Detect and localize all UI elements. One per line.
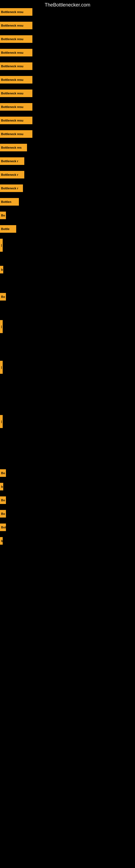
bottleneck-bar: Bottleneck resu bbox=[0, 49, 32, 56]
bar-item: Bottleneck resu bbox=[0, 103, 32, 111]
bottleneck-bar: Bottleneck r bbox=[0, 157, 24, 165]
bar-item: | bbox=[0, 415, 3, 428]
bottleneck-bar: Bottleneck resu bbox=[0, 62, 32, 70]
bar-item: Bottleneck resu bbox=[0, 22, 32, 29]
bar-item: Bottleneck resu bbox=[0, 49, 32, 56]
bottleneck-bar: Bottleneck resu bbox=[0, 117, 32, 124]
bottleneck-bar: Bottleneck resu bbox=[0, 90, 32, 97]
bottleneck-bar: | bbox=[0, 239, 3, 252]
bar-item: Bottleneck r bbox=[0, 157, 24, 165]
bottleneck-bar: Bottleneck resu bbox=[0, 8, 32, 16]
bar-item: Bottleneck resu bbox=[0, 8, 32, 16]
bar-item: Bot bbox=[0, 524, 6, 531]
bar-item: b bbox=[0, 537, 3, 545]
bottleneck-bar: Bo bbox=[0, 496, 6, 504]
bottleneck-bar: Bottleneck resu bbox=[0, 35, 32, 43]
bottleneck-bar: b bbox=[0, 537, 3, 545]
bar-item: Bottleneck resu bbox=[0, 117, 32, 124]
bar-item: Bottleneck res bbox=[0, 144, 27, 151]
bar-item: Bottleneck resu bbox=[0, 35, 32, 43]
bar-item: Bo bbox=[0, 293, 6, 301]
bar-item: Bottleneck resu bbox=[0, 130, 32, 138]
bar-item: Bo bbox=[0, 212, 6, 219]
bottleneck-bar: Bottle bbox=[0, 225, 16, 233]
bottleneck-bar: | bbox=[0, 361, 3, 374]
bottleneck-bar: Bottleneck resu bbox=[0, 130, 32, 138]
bottleneck-bar: Bottleneck resu bbox=[0, 22, 32, 29]
bottleneck-bar: Bo bbox=[0, 469, 6, 477]
bottleneck-bar: b bbox=[0, 483, 3, 490]
bar-item: Bottleneck resu bbox=[0, 62, 32, 70]
bottleneck-bar: Bo bbox=[0, 212, 6, 219]
bar-item: Bottle bbox=[0, 225, 16, 233]
bar-item: | bbox=[0, 320, 3, 333]
bar-item: Bo bbox=[0, 510, 6, 518]
bar-item: Bottleneck r bbox=[0, 184, 23, 192]
bar-item: Bottleneck resu bbox=[0, 76, 32, 84]
bottleneck-bar: Bottleneck res bbox=[0, 144, 27, 151]
bottleneck-bar: | bbox=[0, 320, 3, 333]
bottleneck-bar: | bbox=[0, 415, 3, 428]
bar-item: Bottleneck r bbox=[0, 171, 24, 179]
bar-item: | bbox=[0, 239, 3, 252]
bar-item: | bbox=[0, 361, 3, 374]
bar-item: Bottlen bbox=[0, 198, 19, 206]
bar-item: b bbox=[0, 266, 3, 273]
bottleneck-bar: Bottleneck r bbox=[0, 171, 24, 179]
bottleneck-bar: Bottleneck r bbox=[0, 184, 23, 192]
bottleneck-bar: Bottleneck resu bbox=[0, 103, 32, 111]
bottleneck-bar: Bot bbox=[0, 524, 6, 531]
bar-item: Bo bbox=[0, 469, 6, 477]
bottleneck-bar: Bottleneck resu bbox=[0, 76, 32, 84]
bottleneck-bar: Bo bbox=[0, 293, 6, 301]
bar-item: Bo bbox=[0, 496, 6, 504]
bar-item: b bbox=[0, 483, 3, 490]
bottleneck-bar: b bbox=[0, 266, 3, 273]
bottleneck-bar: Bo bbox=[0, 510, 6, 518]
bar-item: Bottleneck resu bbox=[0, 90, 32, 97]
bottleneck-bar: Bottlen bbox=[0, 198, 19, 206]
